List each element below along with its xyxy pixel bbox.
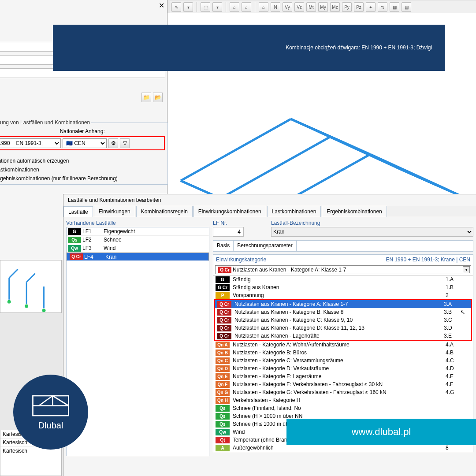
close-icon[interactable]: ✕: [159, 1, 164, 10]
mini-viewport: [0, 260, 62, 313]
loadcase-row[interactable]: Q CrLF4Kran: [67, 253, 209, 261]
subtab-1[interactable]: Berechnungsparameter: [234, 241, 296, 251]
groupbox-title: sifizierung von Lastfällen und Kombinati…: [0, 119, 91, 126]
dlubal-logo: Dlubal: [13, 375, 88, 450]
toolbar-btn-4[interactable]: ⌂: [230, 2, 239, 12]
top-toolbar: ✎▾⬚▾⌂⌂⌂NVyVzMtMyMzPyPz✦⇅▦▤: [170, 1, 476, 13]
logo-text: Dlubal: [38, 420, 63, 431]
category-row[interactable]: Q Cr Nutzlasten aus Kranen - Kategorie D…: [215, 324, 471, 332]
category-row[interactable]: Qn E Nutzlasten - Kategorie E: Lagerräum…: [213, 372, 473, 380]
banner-text: Kombinacje obciążeń dźwigara: EN 1990 + …: [286, 44, 432, 52]
cat-standard: EN 1990 + EN 1991-3; Krane | CEN: [386, 257, 470, 263]
toolbar-btn-11[interactable]: My: [318, 2, 328, 12]
toolbar-btn-18[interactable]: ▤: [402, 2, 411, 12]
loadcase-row[interactable]: GLF1Eigengewicht: [67, 227, 209, 236]
lfnr-label: LF Nr.: [213, 220, 266, 226]
loadcase-list[interactable]: GLF1Eigengewicht QsLF2Schnee QwLF3Wind Q…: [66, 227, 209, 456]
category-row[interactable]: Qn A Nutzlasten - Kategorie A: Wohn/Aufe…: [213, 341, 473, 349]
category-row[interactable]: Q Cr Nutzlasten aus Kranen - Kategorie A…: [215, 300, 471, 308]
toolbar-btn-1[interactable]: ▾: [183, 2, 193, 12]
category-row[interactable]: Q Cr Nutzlasten aus Kranen - Kategorie B…: [215, 308, 471, 316]
toolbar-btn-6[interactable]: ⌂: [259, 2, 268, 12]
category-row[interactable]: Qn F Nutzlasten - Kategorie F: Verkehrsl…: [213, 380, 473, 388]
dialog-title: Lastfälle und Kombinationen bearbeiten: [63, 194, 476, 206]
toolbar-btn-12[interactable]: Mz: [330, 2, 340, 12]
standard-groupbox: sifizierung von Lastfällen und Kombinati…: [0, 119, 168, 185]
loadcase-row[interactable]: QwLF3Wind: [67, 244, 209, 253]
toolbar-btn-9[interactable]: Vz: [294, 2, 304, 12]
toolbar-btn-3[interactable]: ▾: [212, 2, 222, 12]
svg-point-19: [42, 309, 46, 312]
svg-line-2: [220, 137, 331, 198]
svg-line-10: [291, 119, 331, 137]
icon-folder[interactable]: 📂: [153, 93, 163, 102]
toolbar-btn-10[interactable]: Mt: [306, 2, 316, 12]
lfnr-input[interactable]: [213, 227, 244, 237]
tab-2[interactable]: Kombinationsregeln: [136, 206, 193, 217]
highlighted-standard-row: EN 1990 + EN 1991-3; 🇪🇺 CEN ⚙ ▽: [0, 136, 165, 150]
tag-qcr: Q Cr: [218, 267, 231, 273]
tab-3[interactable]: Einwirkungskombinationen: [193, 206, 266, 217]
auto-create-label: ombinationen automatisch erzeugen: [0, 158, 165, 164]
category-row[interactable]: Q Cr Nutzlasten aus Kranen - Kategorie C…: [215, 316, 471, 324]
bez-select[interactable]: Kran: [271, 227, 473, 237]
category-row[interactable]: Qn H Verkehrslasten - Kategorie H: [213, 396, 473, 404]
filter-icon[interactable]: ▽: [120, 138, 130, 148]
norm-select[interactable]: EN 1990 + EN 1991-3;: [0, 138, 61, 148]
category-row[interactable]: Qn C Nutzlasten - Kategorie C: Versammlu…: [213, 357, 473, 364]
sub-tabs: BasisBerechnungsparameter: [213, 240, 473, 252]
category-row[interactable]: Qn B Nutzlasten - Kategorie B: Büros4.B: [213, 349, 473, 357]
toolbar-btn-17[interactable]: ▦: [390, 2, 399, 12]
settings-icon[interactable]: ⚙: [108, 138, 118, 148]
category-row[interactable]: G Ständig1.A: [213, 275, 473, 283]
left-col-header: Vorhandene Lastfälle: [66, 220, 209, 226]
toolbar-btn-0[interactable]: ✎: [171, 2, 181, 12]
svg-line-11: [397, 167, 436, 185]
annex-label: Nationaler Anhang:: [60, 128, 105, 134]
category-row[interactable]: Qs Schnee (Finnland, Island, No: [213, 404, 473, 412]
svg-line-24: [53, 396, 69, 406]
toolbar-btn-8[interactable]: Vy: [283, 2, 292, 12]
toolbar-btn-14[interactable]: Pz: [354, 2, 364, 12]
chevron-down-icon[interactable]: ▾: [463, 266, 470, 273]
toolbar-btn-5[interactable]: ⌂: [242, 2, 251, 12]
loadcase-row[interactable]: QsLF2Schnee: [67, 236, 209, 244]
subtab-0[interactable]: Basis: [213, 241, 234, 251]
category-row[interactable]: G Cr Ständig aus Kranen1.B: [213, 283, 473, 291]
tab-4[interactable]: Lastkombinationen: [267, 206, 321, 217]
icon-folder-add[interactable]: 📁: [141, 93, 151, 102]
tab-1[interactable]: Einwirkungen: [94, 206, 135, 217]
svg-line-0: [181, 119, 291, 181]
category-row[interactable]: P Vorspannung2: [213, 291, 473, 299]
toolbar-btn-16[interactable]: ⇅: [378, 2, 387, 12]
cat-label: Einwirkungskategorie: [216, 257, 266, 263]
toolbar-btn-2[interactable]: ⬚: [201, 2, 210, 12]
bez-label: Lastfall-Bezeichnung: [271, 220, 473, 226]
svg-line-15: [9, 269, 18, 278]
toolbar-btn-13[interactable]: Py: [342, 2, 352, 12]
category-row[interactable]: Q Cr Nutzlasten aus Kranen - Lagerkräfte…: [215, 332, 471, 340]
main-tabs: LastfälleEinwirkungenKombinationsregelnE…: [63, 206, 476, 217]
tab-5[interactable]: Ergebniskombinationen: [322, 206, 387, 217]
mouse-cursor-icon: ↖: [460, 309, 465, 316]
tab-0[interactable]: Lastfälle: [63, 206, 93, 217]
category-combobox[interactable]: Q Cr Nutzlasten aus Kranen - Kategorie A…: [215, 265, 471, 274]
svg-line-16: [26, 274, 35, 283]
title-banner: Kombinacje obciążeń dźwigara: EN 1990 + …: [53, 25, 445, 71]
svg-point-18: [25, 305, 28, 308]
annex-select[interactable]: 🇪🇺 CEN: [63, 138, 107, 148]
toolbar-btn-15[interactable]: ✦: [366, 2, 376, 12]
category-row[interactable]: Qn G Nutzlasten - Kategorie G: Verkehrsl…: [213, 388, 473, 396]
svg-line-22: [39, 396, 53, 406]
toolbar-btn-7[interactable]: N: [271, 2, 280, 12]
website-banner: www.dlubal.pl: [286, 419, 476, 445]
category-row[interactable]: Qn D Nutzlasten - Kategorie D: Verkaufsr…: [213, 364, 473, 372]
svg-point-17: [7, 300, 11, 304]
